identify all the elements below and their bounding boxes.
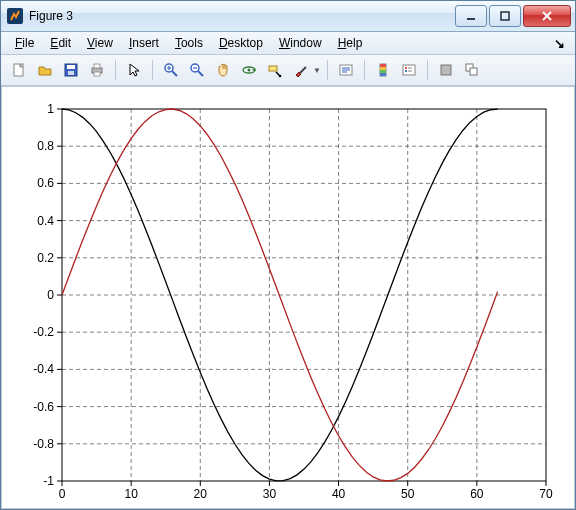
menu-insert[interactable]: Insert: [121, 34, 167, 52]
toolbar: ▼: [1, 55, 575, 86]
y-tick-label: -0.6: [33, 400, 54, 414]
menu-window[interactable]: Window: [271, 34, 330, 52]
svg-rect-25: [470, 68, 477, 75]
svg-rect-21: [380, 73, 386, 76]
x-tick-label: 20: [194, 487, 208, 501]
svg-rect-6: [68, 71, 74, 75]
toolbar-separator: [327, 60, 328, 80]
open-button[interactable]: [33, 58, 57, 82]
colorbar-button[interactable]: [371, 58, 395, 82]
y-tick-label: 1: [47, 102, 54, 116]
zoom-out-button[interactable]: [185, 58, 209, 82]
y-tick-label: 0.6: [37, 176, 54, 190]
titlebar[interactable]: Figure 3: [1, 1, 575, 32]
svg-rect-8: [94, 64, 100, 68]
minimize-button[interactable]: [455, 5, 487, 27]
svg-rect-20: [380, 70, 386, 73]
svg-rect-2: [501, 12, 509, 20]
y-tick-label: 0.2: [37, 251, 54, 265]
hide-plot-tools-button[interactable]: [434, 58, 458, 82]
toolbar-separator: [152, 60, 153, 80]
y-tick-label: 0: [47, 288, 54, 302]
x-tick-label: 60: [470, 487, 484, 501]
svg-rect-14: [269, 66, 277, 71]
x-tick-label: 50: [401, 487, 415, 501]
menu-additional-icon[interactable]: ↘: [550, 36, 569, 51]
pan-button[interactable]: [211, 58, 235, 82]
zoom-in-button[interactable]: [159, 58, 183, 82]
rotate-3d-button[interactable]: [237, 58, 261, 82]
svg-rect-1: [467, 18, 475, 20]
data-cursor-button[interactable]: [263, 58, 287, 82]
close-button[interactable]: [523, 5, 571, 27]
menu-edit[interactable]: Edit: [42, 34, 79, 52]
pointer-button[interactable]: [122, 58, 146, 82]
svg-rect-23: [441, 65, 451, 75]
y-tick-label: -0.8: [33, 437, 54, 451]
legend-button[interactable]: [397, 58, 421, 82]
maximize-button[interactable]: [489, 5, 521, 27]
svg-rect-5: [67, 65, 75, 69]
x-tick-label: 40: [332, 487, 346, 501]
x-tick-label: 70: [539, 487, 553, 501]
menu-file[interactable]: File: [7, 34, 42, 52]
axes[interactable]: 010203040506070-1-0.8-0.6-0.4-0.200.20.4…: [2, 87, 575, 509]
menu-help[interactable]: Help: [330, 34, 371, 52]
figure-window: Figure 3 File Edit View Insert Tools Des…: [0, 0, 576, 510]
link-button[interactable]: [334, 58, 358, 82]
x-tick-label: 0: [59, 487, 66, 501]
toolbar-separator: [364, 60, 365, 80]
window-title: Figure 3: [29, 9, 453, 23]
new-figure-button[interactable]: [7, 58, 31, 82]
y-tick-label: 0.4: [37, 214, 54, 228]
y-tick-label: 0.8: [37, 139, 54, 153]
x-tick-label: 30: [263, 487, 277, 501]
toolbar-separator: [115, 60, 116, 80]
matlab-icon: [7, 8, 23, 24]
menu-tools[interactable]: Tools: [167, 34, 211, 52]
menubar: File Edit View Insert Tools Desktop Wind…: [1, 32, 575, 55]
svg-point-15: [279, 75, 282, 78]
y-tick-label: -0.2: [33, 325, 54, 339]
print-button[interactable]: [85, 58, 109, 82]
svg-rect-19: [380, 67, 386, 70]
x-tick-label: 10: [124, 487, 138, 501]
brush-button[interactable]: [289, 58, 313, 82]
svg-rect-18: [380, 64, 386, 67]
menu-desktop[interactable]: Desktop: [211, 34, 271, 52]
menu-view[interactable]: View: [79, 34, 121, 52]
svg-rect-22: [403, 65, 415, 75]
show-plot-tools-button[interactable]: [460, 58, 484, 82]
toolbar-separator: [427, 60, 428, 80]
y-tick-label: -1: [43, 474, 54, 488]
svg-point-13: [248, 69, 251, 72]
window-control-buttons: [453, 5, 571, 27]
svg-rect-9: [94, 72, 100, 76]
brush-dropdown-icon[interactable]: ▼: [313, 66, 321, 75]
figure-canvas[interactable]: 010203040506070-1-0.8-0.6-0.4-0.200.20.4…: [1, 86, 575, 509]
y-tick-label: -0.4: [33, 362, 54, 376]
save-button[interactable]: [59, 58, 83, 82]
